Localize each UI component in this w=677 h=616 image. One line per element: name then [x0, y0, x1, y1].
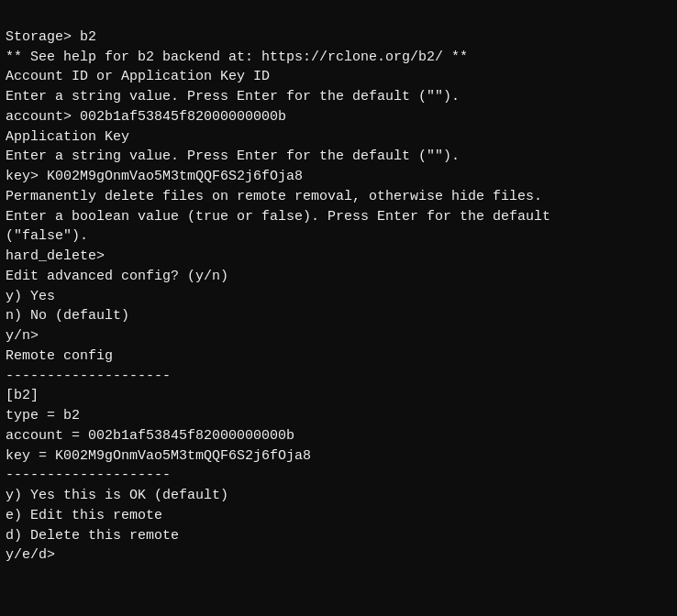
terminal-line-l15: y) Yes	[6, 287, 671, 307]
terminal-window[interactable]: Storage> b2** See help for b2 backend at…	[0, 0, 677, 616]
terminal-line-l17: y/n>	[6, 326, 671, 346]
terminal-line-l11: Enter a boolean value (true or false). P…	[6, 207, 671, 227]
terminal-line-l24: --------------------	[6, 466, 671, 486]
terminal-line-l2: ** See help for b2 backend at: https://r…	[6, 48, 671, 68]
terminal-line-l6: account> 002b1af53845f82000000000b	[6, 107, 671, 127]
terminal-line-l9: key> K002M9gOnmVao5M3tmQQF6S2j6fOja8	[6, 167, 671, 187]
terminal-line-l12: ("false").	[6, 226, 671, 247]
terminal-line-l26: e) Edit this remote	[6, 506, 671, 526]
terminal-line-l13: hard_delete>	[6, 247, 671, 267]
terminal-line-l22: account = 002b1af53845f82000000000b	[6, 426, 671, 446]
terminal-line-l1: Storage> b2	[6, 28, 671, 48]
terminal-line-l20: [b2]	[6, 386, 671, 406]
terminal-line-l27: d) Delete this remote	[6, 526, 671, 546]
terminal-line-l5: Enter a string value. Press Enter for th…	[6, 87, 671, 107]
terminal-line-l21: type = b2	[6, 406, 671, 426]
terminal-line-l8: Enter a string value. Press Enter for th…	[6, 147, 671, 167]
terminal-line-l14: Edit advanced config? (y/n)	[6, 267, 671, 287]
terminal-line-l25: y) Yes this is OK (default)	[6, 486, 671, 506]
terminal-line-l7: Application Key	[6, 127, 671, 148]
terminal-line-l23: key = K002M9gOnmVao5M3tmQQF6S2j6fOja8	[6, 446, 671, 467]
terminal-line-l10: Permanently delete files on remote remov…	[6, 187, 671, 207]
terminal-line-l4: Account ID or Application Key ID	[6, 67, 671, 87]
terminal-line-l28: y/e/d>	[6, 545, 671, 566]
terminal-line-l18: Remote config	[6, 346, 671, 367]
terminal-line-l19: --------------------	[6, 367, 671, 387]
terminal-line-l16: n) No (default)	[6, 306, 671, 326]
